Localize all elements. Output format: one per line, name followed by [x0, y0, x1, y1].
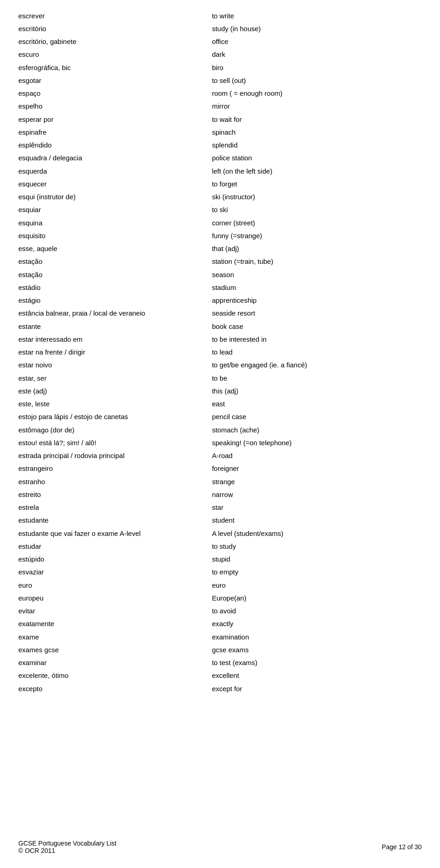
english-translation: to avoid — [212, 605, 422, 617]
table-row: escritório, gabineteoffice — [18, 35, 422, 48]
table-row: estantebook case — [18, 320, 422, 333]
english-translation: stomach (ache) — [212, 423, 422, 436]
english-translation: euro — [212, 579, 422, 591]
table-row: estrada principal / rodovia principalA-r… — [18, 449, 422, 462]
table-row: este (adj)this (adj) — [18, 384, 422, 397]
english-translation: funny (=strange) — [212, 229, 422, 242]
portuguese-term: esferográfica, bic — [18, 61, 212, 74]
portuguese-term: espinafre — [18, 126, 212, 138]
portuguese-term: esquerda — [18, 164, 212, 177]
table-row: escreverto write — [18, 9, 422, 22]
table-row: estrelastar — [18, 501, 422, 514]
portuguese-term: escritório — [18, 22, 212, 35]
portuguese-term: escritório, gabinete — [18, 35, 212, 48]
table-row: examinarto test (exams) — [18, 656, 422, 669]
english-translation: spinach — [212, 126, 422, 138]
portuguese-term: exames gcse — [18, 643, 212, 656]
table-row: esquisitofunny (=strange) — [18, 229, 422, 242]
table-row: estou! está lá?; sim! / alô!speaking! (=… — [18, 436, 422, 449]
portuguese-term: estudante que vai fazer o exame A-level — [18, 527, 212, 540]
table-row: estudante que vai fazer o exame A-levelA… — [18, 527, 422, 540]
english-translation: strange — [212, 475, 422, 488]
table-row: espaçoroom ( = enough room) — [18, 87, 422, 100]
portuguese-term: esperar por — [18, 113, 212, 126]
portuguese-term: excelente, ótimo — [18, 669, 212, 682]
footer-page: Page 12 of 30 — [382, 843, 422, 851]
portuguese-term: estudar — [18, 540, 212, 552]
table-row: esquerdaleft (on the left side) — [18, 164, 422, 177]
footer-copyright: © OCR 2011 — [18, 847, 116, 854]
english-translation: seaside resort — [212, 307, 422, 320]
table-row: estágioapprenticeship — [18, 294, 422, 307]
portuguese-term: estômago (dor de) — [18, 423, 212, 436]
portuguese-term: estranho — [18, 475, 212, 488]
table-row: exames gcsegcse exams — [18, 643, 422, 656]
portuguese-term: examinar — [18, 656, 212, 669]
portuguese-term: estar na frente / dirigir — [18, 346, 212, 359]
portuguese-term: estante — [18, 320, 212, 333]
english-translation: star — [212, 501, 422, 514]
english-translation: gcse exams — [212, 643, 422, 656]
english-translation: corner (street) — [212, 216, 422, 229]
table-row: estojo para lápis / estojo de canetaspen… — [18, 410, 422, 423]
portuguese-term: estrela — [18, 501, 212, 514]
english-translation: book case — [212, 320, 422, 333]
portuguese-term: espelho — [18, 100, 212, 113]
english-translation: east — [212, 398, 422, 410]
table-row: esquiarto ski — [18, 203, 422, 216]
table-row: estômago (dor de)stomach (ache) — [18, 423, 422, 436]
portuguese-term: exatamente — [18, 617, 212, 630]
table-row: euroeuro — [18, 579, 422, 591]
portuguese-term: esquecer — [18, 177, 212, 190]
portuguese-term: estudante — [18, 514, 212, 527]
table-row: escurodark — [18, 48, 422, 61]
portuguese-term: estar interessado em — [18, 333, 212, 345]
english-translation: to empty — [212, 566, 422, 579]
portuguese-term: estúpido — [18, 553, 212, 566]
english-translation: except for — [212, 682, 422, 695]
portuguese-term: esse, aquele — [18, 242, 212, 255]
english-translation: to get/be engaged (ie. a fiancé) — [212, 359, 422, 371]
english-translation: biro — [212, 61, 422, 74]
table-row: estar noivoto get/be engaged (ie. a fian… — [18, 359, 422, 371]
english-translation: stupid — [212, 553, 422, 566]
english-translation: splendid — [212, 139, 422, 152]
table-row: esquinacorner (street) — [18, 216, 422, 229]
table-row: espinafrespinach — [18, 126, 422, 138]
english-translation: speaking! (=on telephone) — [212, 436, 422, 449]
portuguese-term: escrever — [18, 9, 212, 22]
english-translation: to ski — [212, 203, 422, 216]
english-translation: A-road — [212, 449, 422, 462]
table-row: estaçãoseason — [18, 268, 422, 281]
table-row: esgotarto sell (out) — [18, 74, 422, 87]
english-translation: police station — [212, 152, 422, 164]
portuguese-term: estância balnear, praia / local de veran… — [18, 307, 212, 320]
table-row: estância balnear, praia / local de veran… — [18, 307, 422, 320]
portuguese-term: esquina — [18, 216, 212, 229]
english-translation: mirror — [212, 100, 422, 113]
portuguese-term: excepto — [18, 682, 212, 695]
portuguese-term: europeu — [18, 591, 212, 604]
table-row: estudarto study — [18, 540, 422, 552]
table-row: estudantestudent — [18, 514, 422, 527]
portuguese-term: estágio — [18, 294, 212, 307]
table-row: exameexamination — [18, 630, 422, 643]
english-translation: exactly — [212, 617, 422, 630]
portuguese-term: esqui (instrutor de) — [18, 191, 212, 203]
english-translation: study (in house) — [212, 22, 422, 35]
english-translation: to wait for — [212, 113, 422, 126]
portuguese-term: estação — [18, 268, 212, 281]
english-translation: ski (instructor) — [212, 191, 422, 203]
portuguese-term: esquadra / delegacia — [18, 152, 212, 164]
table-row: estar interessado emto be interested in — [18, 333, 422, 345]
table-row: esvaziarto empty — [18, 566, 422, 579]
footer-left: GCSE Portuguese Vocabulary List © OCR 20… — [18, 840, 116, 854]
english-translation: left (on the left side) — [212, 164, 422, 177]
table-row: evitarto avoid — [18, 605, 422, 617]
english-translation: station (=train, tube) — [212, 255, 422, 268]
footer-title: GCSE Portuguese Vocabulary List — [18, 840, 116, 847]
portuguese-term: esgotar — [18, 74, 212, 87]
english-translation: apprenticeship — [212, 294, 422, 307]
english-translation: foreigner — [212, 462, 422, 475]
portuguese-term: esquiar — [18, 203, 212, 216]
